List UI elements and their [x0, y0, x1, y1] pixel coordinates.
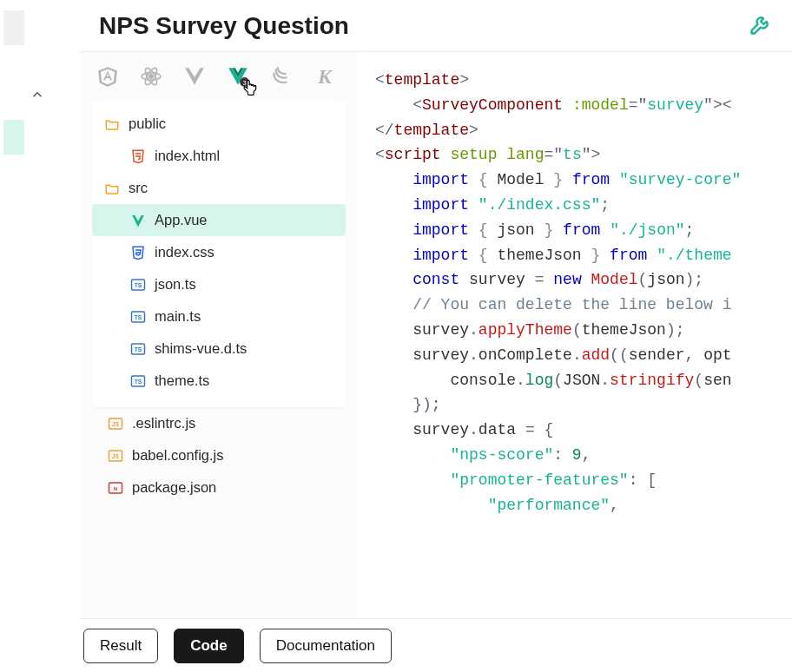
react-icon[interactable]	[139, 64, 163, 89]
ts-icon: TS	[130, 341, 146, 357]
svg-text:JS: JS	[112, 453, 120, 459]
footer-tabs: Result Code Documentation	[80, 618, 792, 672]
ts-icon: TS	[130, 373, 146, 389]
collapse-chevron-icon[interactable]	[30, 87, 45, 107]
product-switch-1[interactable]	[3, 10, 24, 45]
file-label: shims-vue.d.ts	[155, 340, 247, 357]
file-babel-config[interactable]: JS babel.config.js	[92, 439, 346, 471]
file-label: App.vue	[155, 212, 208, 228]
file-main-ts[interactable]: TS main.ts	[92, 300, 346, 333]
folder-public[interactable]: public	[92, 108, 346, 140]
file-package-json[interactable]: N package.json	[92, 471, 346, 504]
file-tree: public index.html src App.vue index.css	[92, 101, 346, 407]
file-json-ts[interactable]: TS json.ts	[92, 268, 346, 300]
product-switch-2[interactable]	[3, 120, 24, 155]
angular-icon[interactable]	[96, 64, 120, 89]
svg-text:3: 3	[242, 79, 246, 87]
file-label: main.ts	[155, 308, 201, 325]
vue3-icon[interactable]: 3	[226, 64, 250, 89]
folder-src[interactable]: src	[92, 172, 346, 204]
json-icon: N	[108, 480, 123, 496]
page-header: NPS Survey Question	[80, 0, 792, 52]
file-theme-ts[interactable]: TS theme.ts	[92, 365, 346, 397]
file-eslintrc[interactable]: JS .eslintrc.js	[92, 407, 346, 439]
knockout-icon[interactable]: K	[313, 64, 337, 89]
documentation-button[interactable]: Documentation	[260, 629, 392, 663]
code-button[interactable]: Code	[174, 629, 244, 663]
svg-text:TS: TS	[135, 314, 142, 320]
svg-text:N: N	[114, 486, 117, 491]
vue-icon[interactable]	[182, 64, 207, 89]
file-shims-vue-ts[interactable]: TS shims-vue.d.ts	[92, 333, 346, 365]
vue-file-icon	[130, 213, 146, 228]
settings-wrench-icon[interactable]	[749, 12, 773, 40]
left-rail	[0, 0, 80, 672]
file-label: babel.config.js	[132, 447, 224, 464]
svg-text:TS: TS	[135, 379, 142, 385]
file-label: .eslintrc.js	[132, 415, 195, 432]
file-label: package.json	[132, 479, 216, 496]
css-icon	[130, 245, 146, 260]
svg-text:TS: TS	[135, 282, 142, 288]
folder-open-icon	[104, 181, 120, 196]
ts-icon: TS	[130, 309, 146, 325]
root-files: JS .eslintrc.js JS babel.config.js N pac…	[92, 407, 346, 504]
html5-icon	[130, 148, 146, 164]
js-icon: JS	[108, 416, 123, 432]
file-panel: 3 K public index.html	[80, 52, 358, 618]
file-label: json.ts	[155, 276, 196, 293]
folder-label: src	[129, 180, 148, 196]
svg-text:K: K	[317, 65, 333, 88]
file-label: index.css	[155, 244, 214, 260]
code-editor[interactable]: <template> <SurveyComponent :model="surv…	[358, 52, 792, 618]
file-label: index.html	[155, 148, 220, 164]
page-title: NPS Survey Question	[99, 12, 349, 40]
svg-text:TS: TS	[135, 346, 142, 352]
main-split: 3 K public index.html	[80, 52, 792, 618]
result-button[interactable]: Result	[83, 629, 158, 663]
framework-tabs: 3 K	[80, 64, 358, 101]
jquery-icon[interactable]	[269, 64, 294, 89]
file-index-css[interactable]: index.css	[92, 236, 346, 268]
file-label: theme.ts	[155, 372, 209, 389]
folder-open-icon	[104, 116, 120, 132]
folder-label: public	[129, 115, 166, 132]
svg-text:JS: JS	[112, 421, 120, 427]
ts-icon: TS	[130, 277, 146, 293]
file-index-html[interactable]: index.html	[92, 140, 346, 172]
file-app-vue[interactable]: App.vue	[92, 204, 346, 236]
js-icon: JS	[108, 448, 123, 464]
svg-point-0	[149, 75, 153, 78]
